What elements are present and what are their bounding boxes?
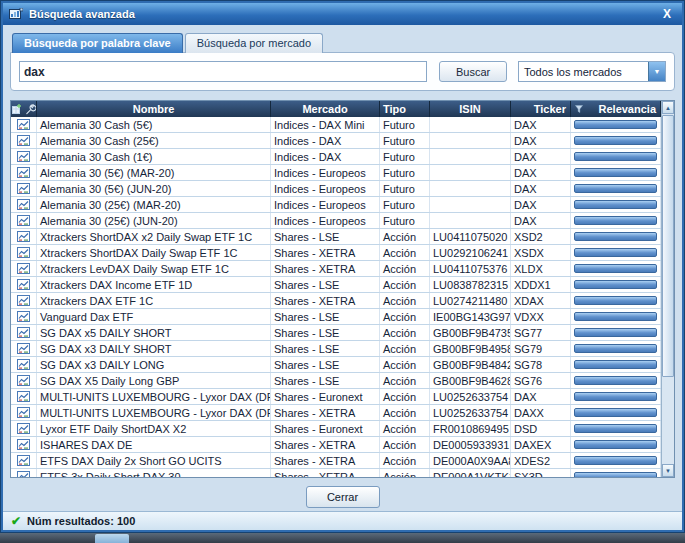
- table-row[interactable]: Alemania 30 (5€) (JUN-20) Indices - Euro…: [11, 181, 661, 197]
- relevance-bar: [574, 200, 657, 209]
- cerrar-button[interactable]: Cerrar: [306, 486, 380, 508]
- instrument-chart-icon: [17, 215, 30, 226]
- table-row[interactable]: Xtrackers LevDAX Daily Swap ETF 1C Share…: [11, 261, 661, 277]
- relevance-bar: [574, 424, 657, 433]
- table-row[interactable]: Alemania 30 Cash (1€) Indices - DAX Futu…: [11, 149, 661, 165]
- row-ticker: DAX: [511, 133, 571, 148]
- table-row[interactable]: Xtrackers ShortDAX x2 Daily Swap ETF 1C …: [11, 229, 661, 245]
- row-market: Shares - LSE: [271, 229, 380, 244]
- table-row[interactable]: Vanguard Dax ETF Shares - LSE Acción IE0…: [11, 309, 661, 325]
- row-ticker: DAX: [511, 197, 571, 212]
- row-ticker: DAX: [511, 213, 571, 228]
- row-icon-cell: [11, 213, 37, 228]
- row-name: Alemania 30 Cash (25€): [37, 133, 271, 148]
- table-row[interactable]: SG DAX X5 Daily Long GBP Shares - LSE Ac…: [11, 373, 661, 389]
- table-vertical-scrollbar[interactable]: ▲ ▼: [661, 101, 674, 477]
- table-row[interactable]: Xtrackers DAX Income ETF 1D Shares - LSE…: [11, 277, 661, 293]
- row-isin: LU0292106241: [430, 245, 511, 260]
- table-row[interactable]: SG DAX x3 DAILY SHORT Shares - LSE Acció…: [11, 341, 661, 357]
- row-ticker: DAX: [511, 149, 571, 164]
- table-row[interactable]: Alemania 30 (5€) (MAR-20) Indices - Euro…: [11, 165, 661, 181]
- row-relevance-cell: [571, 229, 661, 244]
- table-row[interactable]: ETFS 3x Daily Short DAX 30 Shares - XETR…: [11, 469, 661, 477]
- column-header-market[interactable]: Mercado: [271, 101, 380, 117]
- table-row[interactable]: Xtrackers ShortDAX Daily Swap ETF 1C Sha…: [11, 245, 661, 261]
- settings-wrench-icon[interactable]: [25, 104, 36, 115]
- table-row[interactable]: SG DAX x5 DAILY SHORT Shares - LSE Acció…: [11, 325, 661, 341]
- row-name: Xtrackers ShortDAX Daily Swap ETF 1C: [37, 245, 271, 260]
- row-relevance-cell: [571, 405, 661, 420]
- column-header-ticker[interactable]: Ticker: [511, 101, 571, 117]
- window-title: Búsqueda avanzada: [29, 8, 652, 20]
- row-icon-cell: [11, 181, 37, 196]
- row-name: SG DAX X5 Daily Long GBP: [37, 373, 271, 388]
- row-isin: [430, 213, 511, 228]
- titlebar[interactable]: Búsqueda avanzada X: [3, 3, 682, 25]
- row-name: Alemania 30 Cash (1€): [37, 149, 271, 164]
- search-input[interactable]: [19, 61, 427, 82]
- row-isin: [430, 133, 511, 148]
- row-market: Shares - XETRA: [271, 261, 380, 276]
- tab-keyword-search[interactable]: Búsqueda por palabra clave: [12, 33, 183, 53]
- row-market: Shares - XETRA: [271, 405, 380, 420]
- column-header-isin[interactable]: ISIN: [430, 101, 511, 117]
- success-check-icon: ✔: [11, 514, 21, 528]
- instrument-chart-icon: [17, 311, 30, 322]
- row-market: Shares - Euronext: [271, 421, 380, 436]
- row-type: Acción: [380, 277, 430, 292]
- row-isin: GB00BF9B4628: [430, 373, 511, 388]
- scrollbar-thumb[interactable]: [662, 115, 674, 377]
- row-relevance-cell: [571, 293, 661, 308]
- column-header-relevance[interactable]: Relevancia: [571, 101, 661, 117]
- relevance-bar: [574, 328, 657, 337]
- table-row[interactable]: Lyxor ETF Daily ShortDAX X2 Shares - Eur…: [11, 421, 661, 437]
- column-header-name[interactable]: Nombre: [37, 101, 271, 117]
- relevance-bar: [574, 168, 657, 177]
- window-icon: [9, 8, 23, 20]
- header-tools-cell: [11, 101, 37, 117]
- table-row[interactable]: Xtrackers DAX ETF 1C Shares - XETRA Acci…: [11, 293, 661, 309]
- row-name: Lyxor ETF Daily ShortDAX X2: [37, 421, 271, 436]
- row-ticker: DAX: [511, 117, 571, 132]
- row-market: Shares - XETRA: [271, 469, 380, 477]
- row-icon-cell: [11, 149, 37, 164]
- scrollbar-down-icon[interactable]: ▼: [662, 464, 674, 477]
- taskbar-item[interactable]: [95, 534, 129, 543]
- table-row[interactable]: Alemania 30 (25€) (MAR-20) Indices - Eur…: [11, 197, 661, 213]
- table-row[interactable]: Alemania 30 Cash (25€) Indices - DAX Fut…: [11, 133, 661, 149]
- row-type: Acción: [380, 389, 430, 404]
- instrument-chart-icon: [17, 327, 30, 338]
- close-icon[interactable]: X: [658, 7, 676, 21]
- market-select[interactable]: Todos los mercados ▼: [518, 61, 666, 82]
- advanced-search-window: Búsqueda avanzada X Búsqueda por palabra…: [1, 1, 684, 532]
- row-relevance-cell: [571, 117, 661, 132]
- row-ticker: SG79: [511, 341, 571, 356]
- search-button[interactable]: Buscar: [439, 61, 507, 82]
- row-market: Indices - Europeos: [271, 213, 380, 228]
- row-type: Acción: [380, 469, 430, 477]
- filter-funnel-icon[interactable]: [575, 105, 583, 113]
- column-header-relevance-label: Relevancia: [599, 103, 656, 115]
- table-row[interactable]: Alemania 30 (25€) (JUN-20) Indices - Eur…: [11, 213, 661, 229]
- row-icon-cell: [11, 245, 37, 260]
- row-isin: LU0274211480: [430, 293, 511, 308]
- scrollbar-up-icon[interactable]: ▲: [662, 101, 674, 114]
- row-ticker: DAXEX: [511, 437, 571, 452]
- row-market: Shares - LSE: [271, 309, 380, 324]
- tab-market-search[interactable]: Búsqueda por mercado: [185, 33, 323, 53]
- table-row[interactable]: ISHARES DAX DE Shares - XETRA Acción DE0…: [11, 437, 661, 453]
- table-row[interactable]: MULTI-UNITS LUXEMBOURG - Lyxor DAX (DR) …: [11, 389, 661, 405]
- table-row[interactable]: MULTI-UNITS LUXEMBOURG - Lyxor DAX (DR) …: [11, 405, 661, 421]
- relevance-bar: [574, 312, 657, 321]
- row-name: MULTI-UNITS LUXEMBOURG - Lyxor DAX (DR): [37, 405, 271, 420]
- add-column-icon[interactable]: [12, 104, 22, 114]
- table-row[interactable]: ETFS DAX Daily 2x Short GO UCITS Shares …: [11, 453, 661, 469]
- table-row[interactable]: SG DAX x3 DAILY LONG Shares - LSE Acción…: [11, 357, 661, 373]
- row-type: Futuro: [380, 133, 430, 148]
- chevron-down-icon[interactable]: ▼: [648, 62, 665, 81]
- column-header-type[interactable]: Tipo: [380, 101, 430, 117]
- row-name: Alemania 30 Cash (5€): [37, 117, 271, 132]
- table-row[interactable]: Alemania 30 Cash (5€) Indices - DAX Mini…: [11, 117, 661, 133]
- tab-bar: Búsqueda por palabra clave Búsqueda por …: [12, 33, 675, 53]
- row-relevance-cell: [571, 373, 661, 388]
